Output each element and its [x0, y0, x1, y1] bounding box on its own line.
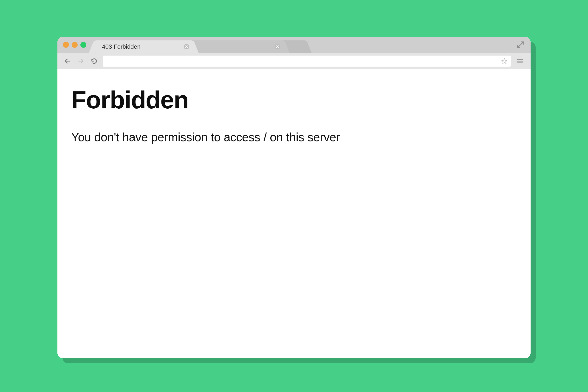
tabs-area: 403 Forbidden [96, 37, 305, 53]
back-button[interactable] [63, 56, 72, 66]
menu-button[interactable] [515, 56, 525, 66]
window-minimize-button[interactable] [72, 42, 78, 48]
close-icon [185, 45, 188, 48]
forward-button[interactable] [76, 56, 86, 66]
window-traffic-lights [63, 42, 86, 48]
star-icon [501, 58, 508, 64]
toolbar [58, 53, 530, 69]
page-content: Forbidden You don't have permission to a… [58, 69, 530, 358]
tab-strip: 403 Forbidden [58, 37, 530, 53]
expand-icon [516, 41, 524, 49]
address-bar[interactable] [103, 56, 511, 66]
reload-icon [91, 58, 98, 64]
tab-inactive[interactable] [186, 40, 283, 53]
tab-close-button[interactable] [275, 44, 280, 49]
arrow-right-icon [78, 58, 84, 64]
bookmark-button[interactable] [501, 58, 508, 64]
arrow-left-icon [64, 58, 71, 64]
browser-window: 403 Forbidden [58, 37, 530, 358]
address-input[interactable] [106, 58, 499, 64]
tab-label: 403 Forbidden [102, 43, 140, 50]
hamburger-icon [516, 58, 524, 65]
page-heading: Forbidden [71, 86, 517, 114]
page-message: You don't have permission to access / on… [71, 130, 517, 144]
close-icon [276, 45, 279, 48]
tab-close-button[interactable] [184, 44, 189, 49]
window-zoom-button[interactable] [80, 42, 86, 48]
reload-button[interactable] [90, 56, 99, 66]
expand-window-button[interactable] [516, 40, 525, 49]
window-close-button[interactable] [63, 42, 69, 48]
tab-active[interactable]: 403 Forbidden [96, 40, 192, 53]
